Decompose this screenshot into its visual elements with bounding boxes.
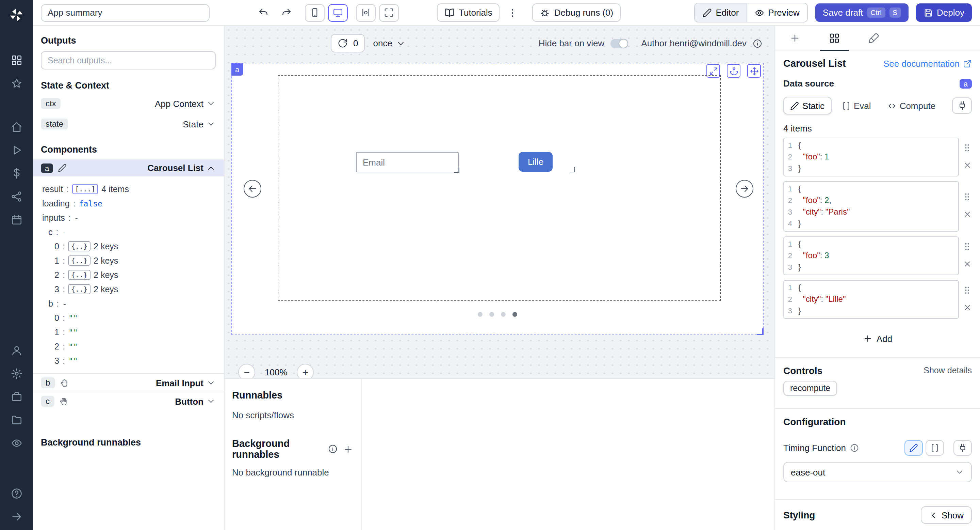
app-summary-input[interactable] <box>41 4 210 21</box>
help-icon[interactable] <box>0 484 33 503</box>
button-resize-handle[interactable] <box>570 167 575 172</box>
component-resize-handle[interactable] <box>757 328 764 335</box>
connect-input-button[interactable] <box>952 97 972 114</box>
refresh-button[interactable]: 0 <box>331 34 365 53</box>
carousel-dot[interactable] <box>489 312 494 317</box>
editor-tab-button[interactable]: Editor <box>695 3 746 22</box>
variables-icon[interactable] <box>0 163 33 183</box>
edit-id-icon[interactable] <box>58 163 67 172</box>
output-tree-row[interactable]: c:- <box>42 225 216 239</box>
email-resize-handle[interactable] <box>454 168 460 173</box>
timing-eval-button[interactable] <box>926 440 944 456</box>
carousel-dot[interactable] <box>478 312 482 317</box>
styling-tab[interactable] <box>854 26 894 50</box>
schedules-icon[interactable] <box>0 210 33 229</box>
component-row-email-input[interactable]: b Email Input <box>33 373 224 392</box>
frequency-select[interactable]: once <box>373 38 406 48</box>
timing-connect-button[interactable] <box>953 440 972 456</box>
output-tree-row[interactable]: 0:{..}2 keys <box>42 239 216 254</box>
output-tree-row[interactable]: result:[...]4 items <box>42 182 216 196</box>
output-tree-row[interactable]: 1:{..}2 keys <box>42 254 216 268</box>
zoom-in-button[interactable]: + <box>297 364 314 378</box>
eval-mode-button[interactable]: Eval <box>835 97 877 115</box>
json-editor[interactable]: 1{2 "city": "Lille"3} <box>783 280 959 319</box>
drag-handle-icon[interactable] <box>962 192 972 204</box>
static-mode-button[interactable]: Static <box>783 97 831 115</box>
home-icon[interactable] <box>0 117 33 136</box>
save-draft-button[interactable]: Save draftCtrlS <box>815 3 908 22</box>
ctx-row[interactable]: ctx App Context <box>33 95 224 112</box>
timing-static-button[interactable] <box>904 440 923 456</box>
component-row-button[interactable]: c Button <box>33 392 224 410</box>
undo-button[interactable] <box>255 4 272 21</box>
remove-item-icon[interactable] <box>963 259 972 270</box>
carousel-component[interactable]: a Lille <box>231 63 764 335</box>
carousel-dot[interactable] <box>512 312 517 317</box>
drag-handle-icon[interactable] <box>962 143 972 154</box>
show-details-link[interactable]: Show details <box>924 366 972 375</box>
runs-icon[interactable] <box>0 140 33 160</box>
desktop-view-button[interactable] <box>328 4 348 21</box>
windmill-logo-icon[interactable] <box>0 3 33 27</box>
app-canvas[interactable]: 0 once Hide bar on view Author henri@win… <box>224 26 775 378</box>
output-tree-row[interactable]: 1:"" <box>42 325 216 339</box>
carousel-dot[interactable] <box>501 312 506 317</box>
recompute-chip[interactable]: recompute <box>783 381 837 396</box>
timing-function-select[interactable]: ease-out <box>783 462 972 482</box>
json-editor[interactable]: 1{2 "foo": 2,3 "city": "Paris"4} <box>783 181 959 231</box>
add-background-runnable-button[interactable] <box>342 441 355 457</box>
compute-mode-button[interactable]: Compute <box>881 97 942 115</box>
preview-tab-button[interactable]: Preview <box>746 3 807 22</box>
center-content-button[interactable] <box>356 4 375 21</box>
show-styling-button[interactable]: Show <box>921 506 972 524</box>
remove-item-icon[interactable] <box>963 210 972 221</box>
resources-icon[interactable] <box>0 187 33 206</box>
carousel-prev-button[interactable] <box>243 180 261 198</box>
remove-item-icon[interactable] <box>963 303 972 314</box>
hide-bar-toggle[interactable] <box>611 38 628 48</box>
remove-item-icon[interactable] <box>963 160 972 171</box>
output-tree-row[interactable]: loading:false <box>42 196 216 211</box>
component-settings-tab[interactable] <box>815 26 854 50</box>
settings-icon[interactable] <box>0 364 33 383</box>
state-row[interactable]: state State <box>33 116 224 132</box>
folders-icon[interactable] <box>0 410 33 429</box>
output-tree-row[interactable]: b:- <box>42 296 216 311</box>
debug-runs-button[interactable]: Debug runs (0) <box>533 3 620 22</box>
output-tree-row[interactable]: 2:"" <box>42 339 216 354</box>
output-tree-row[interactable]: inputs:- <box>42 211 216 225</box>
info-icon[interactable] <box>753 38 762 48</box>
mobile-view-button[interactable] <box>305 4 325 21</box>
tutorials-button[interactable]: Tutorials <box>437 3 500 22</box>
deploy-button[interactable]: Deploy <box>916 3 972 22</box>
more-menu-button[interactable] <box>504 4 522 21</box>
favorites-icon[interactable] <box>0 73 33 93</box>
add-item-button[interactable]: Add <box>775 330 980 347</box>
json-editor[interactable]: 1{2 "foo": 33} <box>783 236 959 275</box>
drag-handle-icon[interactable] <box>962 285 972 297</box>
zoom-out-button[interactable]: − <box>238 364 255 378</box>
workers-icon[interactable] <box>0 387 33 406</box>
output-tree-row[interactable]: 0:"" <box>42 311 216 325</box>
lille-button-component[interactable]: Lille <box>519 152 553 172</box>
carousel-item-container[interactable] <box>278 75 721 301</box>
json-editor[interactable]: 1{2 "foo": 13} <box>783 137 959 176</box>
audit-logs-icon[interactable] <box>0 433 33 452</box>
output-tree-row[interactable]: 3:"" <box>42 354 216 368</box>
drag-handle-icon[interactable] <box>962 241 972 253</box>
email-input-component[interactable] <box>356 152 459 172</box>
fit-view-button[interactable] <box>379 4 399 21</box>
redo-button[interactable] <box>278 4 295 21</box>
users-icon[interactable] <box>0 341 33 360</box>
carousel-next-button[interactable] <box>736 180 753 198</box>
output-tree-row[interactable]: 3:{..}2 keys <box>42 282 216 296</box>
see-documentation-link[interactable]: See documentation <box>883 58 972 69</box>
expand-sidebar-icon[interactable] <box>0 507 33 526</box>
component-row-carousel-list[interactable]: a Carousel List <box>33 160 224 176</box>
search-outputs-input[interactable] <box>41 51 216 69</box>
insert-component-tab[interactable] <box>775 26 815 50</box>
move-component-button[interactable] <box>747 64 761 78</box>
output-tree-row[interactable]: 2:{..}2 keys <box>42 268 216 282</box>
apps-icon[interactable] <box>0 50 33 69</box>
anchor-component-button[interactable] <box>727 64 740 78</box>
